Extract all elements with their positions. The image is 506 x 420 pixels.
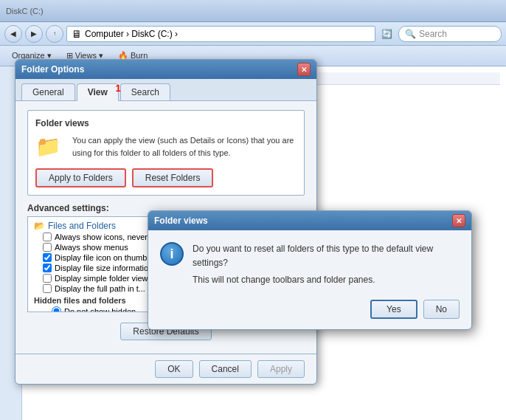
checkbox-always-menus[interactable] [43, 243, 52, 252]
checkbox-file-size[interactable] [43, 264, 52, 272]
popup-buttons: 3 Yes No [148, 300, 471, 329]
ok-button[interactable]: OK [155, 360, 193, 378]
folder-icon: 📁 [35, 134, 65, 161]
popup-close[interactable]: ✕ [452, 214, 465, 227]
info-icon: i [160, 242, 184, 266]
search-box[interactable]: 🔍 Search [398, 26, 502, 42]
popup-body: i Do you want to reset all folders of th… [148, 230, 471, 300]
checkbox-file-icon[interactable] [43, 253, 52, 262]
folder-views-title: Folder views [35, 118, 297, 128]
reset-folders-button[interactable]: Reset Folders [132, 168, 214, 187]
yes-button[interactable]: Yes [370, 300, 417, 319]
address-bar[interactable]: 🖥 Computer › DiskC (C:) › [66, 26, 375, 42]
popup-titlebar: Folder views ✕ [148, 211, 471, 230]
radio-dont-show[interactable] [52, 306, 61, 312]
tab-general[interactable]: General [21, 83, 75, 100]
apply-to-folders-button[interactable]: Apply to Folders [35, 168, 126, 187]
apply-button[interactable]: Apply [257, 360, 305, 378]
tree-root-icon: 📂 [34, 221, 45, 231]
refresh-button[interactable]: 🔄 [381, 29, 392, 39]
folder-options-title: Folder Options [21, 64, 84, 75]
explorer-titlebar: DiskC (C:) [0, 0, 506, 22]
forward-button[interactable]: ▶ [25, 25, 43, 43]
explorer-title: DiskC (C:) [6, 7, 44, 16]
back-button[interactable]: ◀ [4, 25, 22, 43]
folder-options-close[interactable]: ✕ [297, 63, 311, 76]
address-icon: 🖥 [72, 28, 82, 40]
up-button[interactable]: ↑ [46, 25, 63, 43]
nav-bar: ◀ ▶ ↑ 🖥 Computer › DiskC (C:) › 🔄 🔍 Sear… [0, 22, 506, 46]
search-placeholder: Search [419, 29, 447, 39]
folder-options-titlebar: Folder Options ✕ [15, 60, 316, 79]
popup-message-line2: This will not change toolbars and folder… [193, 273, 460, 287]
folder-icon-img: 📁 [35, 135, 61, 158]
tab-view[interactable]: View 1 [77, 83, 119, 101]
popup-message-line1: Do you want to reset all folders of this… [193, 242, 460, 270]
checkbox-full-path[interactable] [43, 284, 52, 293]
folder-views-content: 📁 You can apply the view (such as Detail… [35, 134, 297, 161]
popup-title: Folder views [154, 216, 208, 226]
checkbox-always-icons[interactable] [43, 233, 52, 241]
annotation-1: 1 [116, 83, 121, 94]
folder-views-buttons: Apply to Folders Reset Folders 2 [35, 168, 297, 187]
address-text: Computer › DiskC (C:) › [85, 29, 178, 39]
dialog-bottom-buttons: OK Cancel Apply [15, 354, 316, 384]
popup-message: Do you want to reset all folders of this… [193, 242, 460, 288]
no-button[interactable]: No [423, 300, 460, 319]
cancel-button[interactable]: Cancel [199, 360, 252, 378]
dialog-tabs: General View 1 Search [15, 79, 316, 101]
search-icon: 🔍 [405, 29, 416, 39]
tab-search[interactable]: Search [120, 83, 170, 100]
folder-views-section: Folder views 📁 You can apply the view (s… [27, 110, 305, 196]
checkbox-simple-folder[interactable] [43, 274, 52, 283]
folder-views-description: You can apply the view (such as Details … [72, 134, 297, 159]
folder-views-popup: Folder views ✕ i Do you want to reset al… [148, 210, 472, 330]
